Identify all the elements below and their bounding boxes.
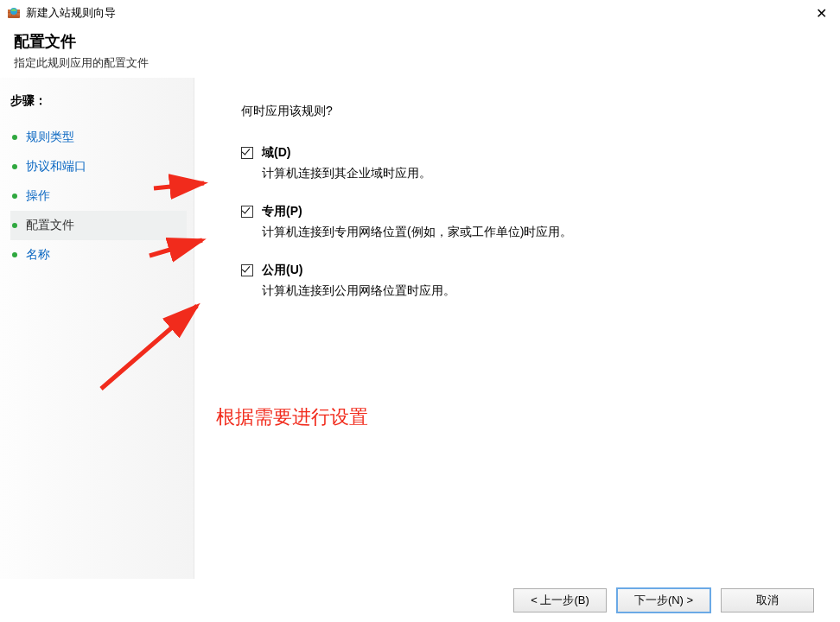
firewall-icon: [7, 6, 21, 20]
window-title: 新建入站规则向导: [26, 5, 116, 21]
domain-checkbox[interactable]: [241, 147, 253, 159]
step-label: 协议和端口: [26, 159, 86, 175]
public-desc: 计算机连接到公用网络位置时应用。: [262, 283, 823, 299]
wizard-footer: < 上一步(B) 下一步(N) > 取消: [0, 579, 840, 622]
next-button[interactable]: 下一步(N) >: [617, 588, 710, 612]
svg-rect-3: [8, 13, 11, 16]
option-private: 专用(P) 计算机连接到专用网络位置(例如，家或工作单位)时应用。: [241, 204, 823, 240]
bullet-icon: [12, 194, 17, 199]
bullet-icon: [12, 164, 17, 169]
public-label: 公用(U): [262, 263, 302, 278]
step-action[interactable]: 操作: [10, 181, 187, 211]
page-title: 配置文件: [14, 31, 826, 52]
private-label: 专用(P): [262, 204, 302, 219]
public-checkbox[interactable]: [241, 264, 253, 276]
step-name[interactable]: 名称: [10, 240, 187, 270]
close-button[interactable]: ✕: [809, 3, 833, 22]
private-checkbox[interactable]: [241, 206, 253, 218]
option-public: 公用(U) 计算机连接到公用网络位置时应用。: [241, 263, 823, 299]
wizard-window: 新建入站规则向导 ✕ 配置文件 指定此规则应用的配置文件 步骤： 规则类型 协议…: [0, 0, 840, 622]
titlebar: 新建入站规则向导 ✕: [0, 0, 840, 26]
wizard-content: 何时应用该规则? 域(D) 计算机连接到其企业域时应用。 专用(P) 计算机连接…: [194, 78, 840, 579]
svg-rect-5: [16, 13, 20, 16]
cancel-button[interactable]: 取消: [721, 588, 814, 612]
bullet-icon: [12, 135, 17, 140]
wizard-header: 配置文件 指定此规则应用的配置文件: [0, 26, 840, 79]
step-protocol-port[interactable]: 协议和端口: [10, 152, 187, 181]
back-button[interactable]: < 上一步(B): [513, 588, 607, 612]
bullet-icon: [12, 252, 17, 257]
step-label: 名称: [26, 247, 50, 263]
step-label: 配置文件: [26, 218, 74, 233]
option-domain: 域(D) 计算机连接到其企业域时应用。: [241, 145, 823, 181]
steps-sidebar: 步骤： 规则类型 协议和端口 操作 配置文件 名称: [0, 78, 194, 579]
step-label: 规则类型: [26, 130, 74, 145]
wizard-body: 步骤： 规则类型 协议和端口 操作 配置文件 名称: [0, 78, 840, 579]
steps-heading: 步骤：: [10, 93, 187, 109]
private-desc: 计算机连接到专用网络位置(例如，家或工作单位)时应用。: [262, 225, 823, 240]
close-icon: ✕: [816, 5, 827, 22]
step-profile[interactable]: 配置文件: [10, 211, 187, 240]
domain-desc: 计算机连接到其企业域时应用。: [262, 166, 823, 181]
bullet-icon: [12, 223, 17, 228]
step-label: 操作: [26, 188, 50, 204]
domain-label: 域(D): [262, 145, 290, 161]
prompt-text: 何时应用该规则?: [241, 104, 823, 119]
page-subtitle: 指定此规则应用的配置文件: [14, 55, 826, 71]
step-rule-type[interactable]: 规则类型: [10, 123, 187, 152]
